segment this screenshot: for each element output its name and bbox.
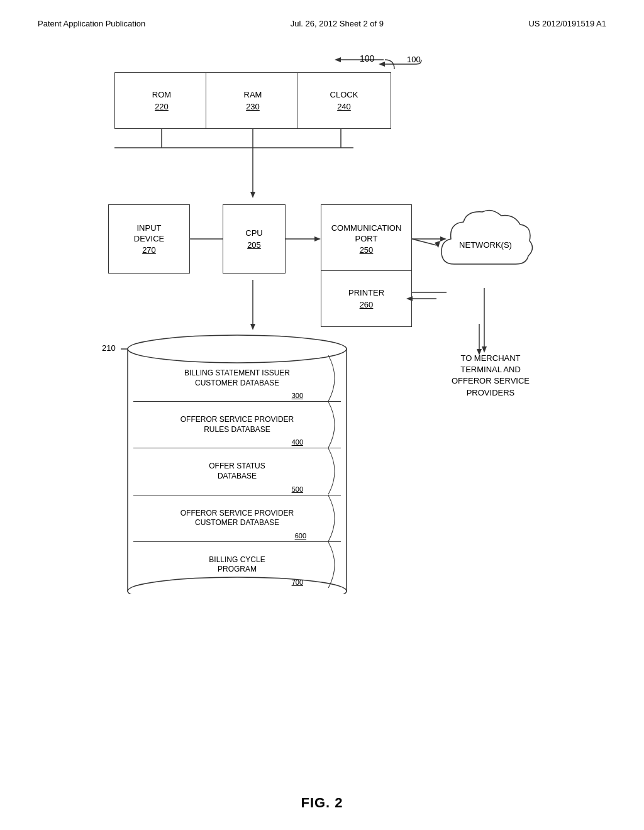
- figure-caption: FIG. 2: [301, 795, 343, 811]
- clock-box: CLOCK 240: [297, 72, 391, 129]
- svg-text:100: 100: [407, 55, 421, 64]
- header-center: Jul. 26, 2012 Sheet 2 of 9: [291, 19, 384, 28]
- input-device-box: INPUT DEVICE 270: [108, 204, 190, 274]
- comm-port-box: COMMUNICATION PORT 250: [321, 204, 412, 274]
- db-entry-3: OFFER STATUSDATABASE 500: [133, 448, 341, 495]
- svg-marker-1: [335, 57, 341, 62]
- ram-number: 230: [246, 102, 260, 111]
- svg-line-23: [412, 239, 436, 245]
- comm-port-number: 250: [360, 245, 374, 255]
- printer-label: PRINTER: [348, 288, 384, 299]
- header: Patent Application Publication Jul. 26, …: [38, 19, 606, 28]
- cpu-label: CPU: [245, 228, 262, 239]
- svg-marker-28: [482, 346, 487, 353]
- svg-marker-21: [379, 62, 385, 67]
- printer-box: PRINTER 260: [321, 270, 412, 327]
- clock-number: 240: [337, 102, 351, 111]
- page: Patent Application Publication Jul. 26, …: [0, 0, 644, 830]
- ram-label: RAM: [244, 90, 262, 101]
- svg-marker-7: [250, 192, 255, 198]
- cpu-box: CPU 205: [223, 204, 286, 274]
- rom-number: 220: [155, 102, 169, 111]
- cpu-number: 205: [247, 240, 261, 250]
- db-entry-5: BILLING CYCLEPROGRAM 700: [133, 542, 341, 588]
- database-cylinder: BILLING STATEMENT ISSUERCUSTOMER DATABAS…: [127, 330, 347, 594]
- header-right: US 2012/0191519 A1: [528, 19, 606, 28]
- network-label: NETWORK(S): [459, 240, 512, 251]
- network-cloud: NETWORK(S): [435, 204, 536, 286]
- clock-label: CLOCK: [330, 90, 358, 101]
- db-entry-1: BILLING STATEMENT ISSUERCUSTOMER DATABAS…: [133, 355, 341, 402]
- db-entry-4: OFFEROR SERVICE PROVIDERCUSTOMER DATABAS…: [133, 495, 341, 542]
- ram-box: RAM 230: [206, 72, 300, 129]
- merchant-text: TO MERCHANT TERMINAL AND OFFEROR SERVICE…: [440, 353, 541, 399]
- svg-marker-19: [250, 324, 255, 330]
- rom-box: ROM 220: [114, 72, 209, 129]
- db-entry-2: OFFEROR SERVICE PROVIDERRULES DATABASE 4…: [133, 402, 341, 448]
- input-device-label: INPUT DEVICE: [134, 223, 164, 245]
- header-left: Patent Application Publication: [38, 19, 145, 28]
- rom-label: ROM: [152, 90, 171, 101]
- input-device-number: 270: [142, 245, 156, 255]
- database-entries: BILLING STATEMENT ISSUERCUSTOMER DATABAS…: [133, 355, 341, 588]
- printer-number: 260: [360, 300, 374, 309]
- svg-marker-11: [314, 236, 321, 241]
- diagram-area: 100 100 ROM 220 RAM 230 CLOCK 240: [52, 53, 592, 619]
- comm-port-label: COMMUNICATION PORT: [331, 223, 402, 245]
